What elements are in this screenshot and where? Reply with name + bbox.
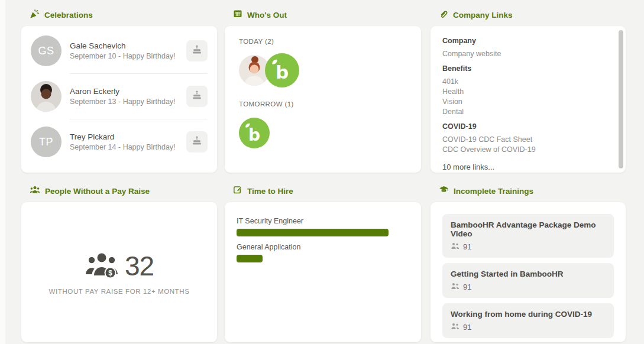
bar[interactable] [237, 255, 263, 262]
avatar[interactable] [31, 81, 62, 112]
training-sub: 91 [451, 322, 606, 332]
widget-celebrations: Celebrations GS Gale Sachevich September… [21, 8, 217, 173]
send-celebration-button[interactable] [186, 131, 208, 152]
training-item[interactable]: Getting Started in BambooHR 91 [442, 263, 614, 298]
training-title: Working from home during COVID-19 [451, 310, 606, 319]
training-count: 91 [463, 323, 471, 332]
company-link[interactable]: Company website [442, 49, 610, 59]
time-to-hire-header: Time to Hire [233, 184, 421, 197]
employee-name[interactable]: Trey Pickard [70, 132, 186, 141]
training-item[interactable]: BambooHR Advantage Package Demo Video 91 [442, 214, 614, 258]
company-links-header: Company Links [439, 8, 626, 21]
celebration-row[interactable]: TP Trey Pickard September 14 - Happy Bir… [31, 119, 208, 164]
trainings-header: Incomplete Trainings [439, 184, 626, 197]
company-link[interactable]: Dental [442, 107, 610, 117]
send-celebration-button[interactable] [186, 40, 208, 61]
bar[interactable] [237, 229, 389, 236]
celebration-date: September 14 - Happy Birthday! [70, 143, 186, 151]
scrollbar-thumb[interactable] [619, 30, 623, 168]
company-link[interactable]: CDC Overview of COVID-19 [442, 145, 610, 155]
pay-raise-caption: WITHOUT PAY RAISE FOR 12+ MONTHS [49, 288, 190, 295]
bar-label: IT Security Engineer [237, 217, 409, 225]
company-link[interactable]: Vision [442, 97, 610, 107]
today-avatars: b [239, 53, 407, 87]
celebrations-card: GS Gale Sachevich September 10 - Happy B… [21, 26, 217, 173]
birthday-cake-icon [191, 44, 203, 58]
widget-company-links: Company Links Company Company website Be… [431, 8, 626, 173]
celebration-date: September 13 - Happy Birthday! [70, 98, 186, 106]
training-count: 91 [463, 283, 471, 291]
company-link[interactable]: COVID-19 CDC Fact Sheet [442, 135, 610, 145]
celebration-date: September 10 - Happy Birthday! [70, 52, 186, 60]
birthday-cake-icon [191, 135, 203, 149]
bamboohr-logo-avatar[interactable]: b [239, 118, 270, 148]
whos-out-header: Who's Out [233, 8, 421, 21]
training-sub: 91 [451, 281, 606, 292]
svg-text:$: $ [108, 269, 112, 277]
note-edit-icon [233, 185, 242, 197]
scrollbar[interactable] [619, 30, 623, 168]
whos-out-card: TODAY (2) [225, 26, 421, 173]
employee-name[interactable]: Aaron Eckerly [70, 87, 186, 96]
more-links-button[interactable]: 10 more links... [442, 163, 610, 171]
widget-trainings: Incomplete Trainings BambooHR Advantage … [431, 184, 626, 342]
link-group-heading: Benefits [442, 64, 610, 73]
people-small-icon [451, 322, 459, 332]
avatar[interactable]: TP [31, 126, 62, 157]
party-popper-icon [30, 9, 40, 21]
dashboard-board: Celebrations GS Gale Sachevich September… [0, 0, 644, 342]
trainings-card: BambooHR Advantage Package Demo Video 91… [431, 202, 626, 342]
people-small-icon [451, 281, 459, 292]
bar-label: General Application [237, 243, 409, 251]
today-label: TODAY (2) [239, 38, 407, 45]
avatar[interactable]: GS [31, 35, 62, 66]
time-to-hire-title: Time to Hire [247, 187, 293, 196]
link-group-heading: COVID-19 [442, 122, 610, 131]
graduation-cap-icon [439, 185, 449, 197]
dashboard-row-1: Celebrations GS Gale Sachevich September… [21, 8, 644, 173]
celebration-text: Trey Pickard September 14 - Happy Birthd… [70, 132, 186, 151]
celebration-row[interactable]: GS Gale Sachevich September 10 - Happy B… [31, 28, 208, 73]
training-title: Getting Started in BambooHR [451, 270, 606, 278]
widget-whos-out: Who's Out TODAY (2) [225, 8, 421, 173]
whos-out-title: Who's Out [247, 11, 287, 20]
company-links-title: Company Links [453, 11, 513, 20]
pay-raise-count: 32 [125, 250, 154, 282]
training-count: 91 [463, 242, 471, 251]
people-group-icon [30, 185, 40, 197]
pay-raise-figure: $ 32 [85, 250, 154, 282]
link-group-heading: Company [442, 37, 610, 45]
tomorrow-label: TOMORROW (1) [239, 100, 407, 108]
training-item[interactable]: Working from home during COVID-19 91 [442, 303, 614, 338]
celebration-text: Aaron Eckerly September 13 - Happy Birth… [70, 87, 186, 106]
pay-raise-title: People Without a Pay Raise [45, 187, 150, 196]
left-edge-strip [0, 0, 5, 344]
widget-pay-raise: People Without a Pay Raise [21, 184, 217, 342]
people-dollar-icon: $ [85, 251, 119, 281]
training-title: BambooHR Advantage Package Demo Video [451, 220, 606, 238]
pay-raise-header: People Without a Pay Raise [30, 184, 217, 197]
send-celebration-button[interactable] [186, 86, 208, 107]
paperclip-icon [439, 9, 448, 21]
celebrations-title: Celebrations [44, 11, 93, 20]
birthday-cake-icon [191, 90, 203, 103]
employee-name[interactable]: Gale Sachevich [70, 41, 186, 50]
people-small-icon [451, 241, 459, 252]
widget-time-to-hire: Time to Hire IT Security Engineer Genera… [225, 184, 421, 342]
bamboohr-logo-avatar[interactable]: b [265, 53, 299, 87]
calendar-icon [233, 9, 242, 21]
pay-raise-card: $ 32 WITHOUT PAY RAISE FOR 12+ MONTHS [21, 202, 217, 342]
celebration-row[interactable]: Aaron Eckerly September 13 - Happy Birth… [31, 74, 208, 119]
celebrations-header: Celebrations [30, 8, 217, 21]
celebration-text: Gale Sachevich September 10 - Happy Birt… [70, 41, 186, 60]
trainings-title: Incomplete Trainings [454, 187, 533, 196]
company-link[interactable]: Health [442, 87, 610, 97]
company-link[interactable]: 401k [442, 77, 610, 87]
tomorrow-avatars: b [239, 116, 407, 150]
time-to-hire-card: IT Security Engineer General Application [225, 202, 421, 342]
company-links-card: Company Company website Benefits 401k He… [431, 26, 626, 173]
dashboard-row-2: People Without a Pay Raise [21, 184, 644, 342]
training-sub: 91 [451, 241, 606, 252]
